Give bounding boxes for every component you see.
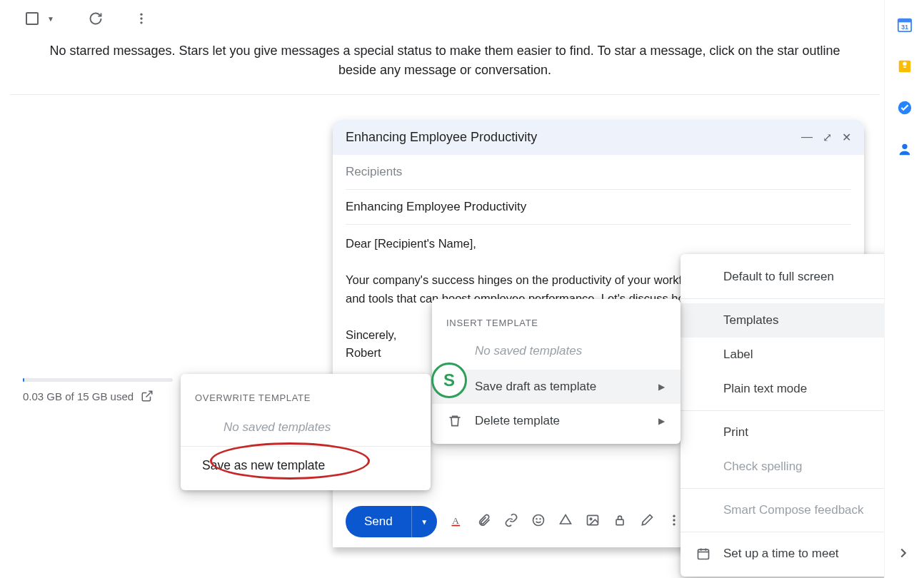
send-button[interactable]: Send [346, 506, 411, 537]
svg-point-2 [140, 21, 142, 24]
menu-templates[interactable]: Templates▶ [681, 303, 914, 338]
chevron-right-icon: ▶ [658, 416, 665, 426]
svg-text:A: A [452, 515, 459, 526]
svg-point-6 [533, 515, 543, 526]
menu-print[interactable]: Print [681, 415, 914, 450]
select-dropdown-arrow[interactable]: ▼ [47, 15, 54, 23]
emoji-icon[interactable] [531, 513, 546, 530]
svg-point-10 [590, 518, 592, 520]
refresh-icon[interactable] [89, 11, 103, 26]
recipients-field[interactable]: Recipients [346, 155, 851, 190]
no-saved-templates-text: No saved templates [432, 335, 681, 370]
svg-point-0 [140, 14, 142, 16]
overwrite-template-menu: OVERWRITE TEMPLATE No saved templates Sa… [181, 374, 431, 490]
menu-setup-meeting[interactable]: Set up a time to meet ▶ [681, 537, 914, 571]
insert-template-header: INSERT TEMPLATE [432, 305, 681, 335]
calendar-icon [696, 547, 710, 561]
storage-progress-bar [23, 378, 173, 382]
menu-check-spelling[interactable]: Check spelling [681, 450, 914, 484]
svg-point-7 [536, 519, 537, 519]
save-template-icon [448, 380, 462, 394]
svg-point-1 [140, 17, 142, 19]
svg-line-3 [146, 391, 152, 397]
confidential-icon[interactable] [613, 513, 627, 530]
svg-point-8 [540, 519, 541, 519]
svg-text:31: 31 [900, 24, 908, 31]
svg-rect-15 [698, 549, 709, 559]
expand-icon[interactable]: ⤢ [823, 131, 832, 144]
send-button-group: Send ▼ [346, 506, 437, 537]
toolbar: ▼ [10, 0, 880, 37]
more-vert-icon[interactable] [134, 11, 149, 26]
subject-field[interactable]: Enhancing Employee Productivity [346, 190, 851, 225]
svg-point-14 [673, 523, 675, 525]
svg-point-13 [673, 519, 675, 521]
templates-submenu: INSERT TEMPLATE No saved templates Save … [432, 299, 681, 444]
menu-label[interactable]: Label▶ [681, 338, 914, 372]
compose-header[interactable]: Enhancing Employee Productivity — ⤢ ✕ [333, 120, 864, 155]
minimize-icon[interactable]: — [801, 131, 813, 144]
body-greeting: Dear [Recipient's Name], [346, 235, 851, 253]
delete-template[interactable]: Delete template ▶ [432, 404, 681, 438]
close-icon[interactable]: ✕ [842, 131, 851, 144]
svg-point-12 [673, 515, 675, 517]
trash-icon [448, 414, 462, 428]
tasks-app-icon[interactable] [897, 100, 913, 116]
side-panel-chevron-icon[interactable] [895, 545, 911, 564]
overwrite-template-header: OVERWRITE TEMPLATE [181, 380, 431, 410]
select-all-checkbox[interactable] [26, 12, 39, 25]
svg-rect-11 [616, 519, 623, 525]
format-icon[interactable]: A [450, 513, 464, 530]
storage-text: 0.03 GB of 15 GB used [23, 390, 134, 402]
no-saved-templates-text-2: No saved templates [181, 410, 431, 446]
send-more-button[interactable]: ▼ [411, 506, 437, 537]
svg-rect-21 [903, 66, 906, 68]
menu-smart-compose[interactable]: Smart Compose feedback [681, 493, 914, 527]
pen-icon[interactable] [640, 513, 654, 530]
open-in-new-icon[interactable] [141, 390, 154, 402]
attach-icon[interactable] [477, 513, 491, 530]
menu-plain-text[interactable]: Plain text mode [681, 372, 914, 406]
more-options-menu: Default to full screen Templates▶ Label▶… [681, 254, 914, 577]
calendar-app-icon[interactable]: 31 [897, 17, 913, 33]
save-as-new-template[interactable]: Save as new template [181, 446, 431, 485]
more-options-icon[interactable] [667, 513, 681, 530]
image-icon[interactable] [586, 513, 600, 530]
keep-app-icon[interactable] [897, 59, 913, 74]
svg-point-23 [902, 144, 907, 149]
storage-usage: 0.03 GB of 15 GB used [23, 390, 154, 402]
chevron-right-icon: ▶ [658, 382, 665, 392]
svg-rect-5 [451, 525, 460, 527]
save-draft-as-template[interactable]: Save draft as template ▶ [432, 370, 681, 404]
contacts-app-icon[interactable] [897, 141, 913, 157]
drive-icon[interactable] [558, 513, 573, 530]
empty-starred-message: No starred messages. Stars let you give … [10, 37, 880, 95]
compose-title: Enhancing Employee Productivity [346, 130, 801, 145]
svg-rect-18 [898, 19, 910, 23]
menu-default-fullscreen[interactable]: Default to full screen [681, 260, 914, 294]
side-panel-rail: 31 [884, 0, 924, 578]
link-icon[interactable] [504, 513, 518, 530]
